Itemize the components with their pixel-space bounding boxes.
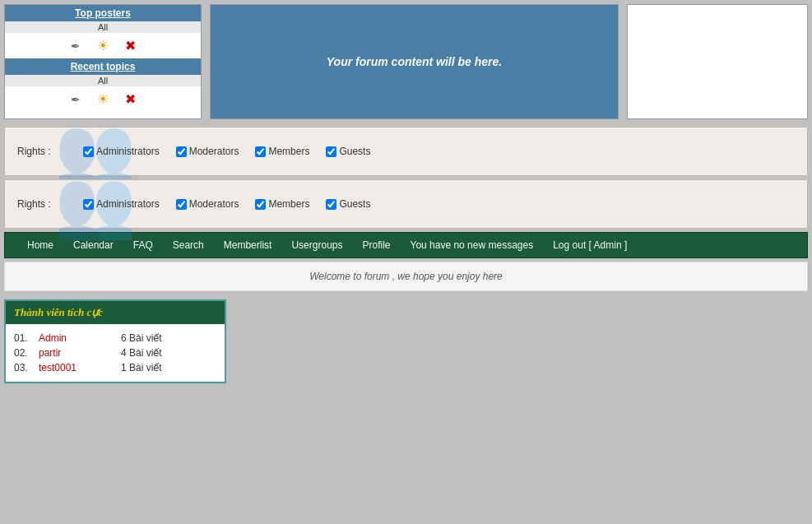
nav-profile[interactable]: Profile xyxy=(352,239,400,251)
edit-icon: ✒ xyxy=(71,39,81,53)
nav-faq[interactable]: FAQ xyxy=(123,239,163,251)
member-count-3: 1 Bài viết xyxy=(121,362,162,373)
member-name-3[interactable]: test0001 xyxy=(39,362,121,373)
checkbox-guests-1[interactable]: Guests xyxy=(326,146,370,157)
active-members-header: Thành viên tích cực xyxy=(6,301,225,324)
member-name-2[interactable]: partir xyxy=(39,347,121,359)
guests-checkbox-2[interactable] xyxy=(326,199,336,210)
member-num-1: 01. xyxy=(14,332,39,344)
banner-text: Your forum content will be here. xyxy=(327,55,502,68)
top-section: Top posters All ✒ ☀ ✖ Recent topics All … xyxy=(0,0,812,123)
checkbox-admin-1[interactable]: Administrators xyxy=(83,146,160,157)
checkbox-members-2[interactable]: Members xyxy=(255,198,309,210)
member-count-2: 4 Bài viết xyxy=(121,347,162,359)
active-members-list: 01. Admin 6 Bài viết 02. partir 4 Bài vi… xyxy=(6,324,225,382)
coin-icon-2: ☀ xyxy=(97,91,109,107)
checkbox-admin-2[interactable]: Administrators xyxy=(83,198,160,210)
top-posters-all: All xyxy=(5,21,201,33)
rights-label-2: Rights : xyxy=(17,198,67,210)
top-posters-header[interactable]: Top posters xyxy=(5,5,201,21)
checkbox-members-1[interactable]: Members xyxy=(255,146,309,157)
member-num-3: 03. xyxy=(14,362,39,373)
member-num-2: 02. xyxy=(14,347,39,359)
top-posters-link[interactable]: Top posters xyxy=(75,7,131,19)
right-banner xyxy=(627,4,808,119)
close-icon-1: ✖ xyxy=(125,38,136,53)
checkbox-guests-2[interactable]: Guests xyxy=(326,198,370,210)
checkbox-mod-1[interactable]: Moderators xyxy=(176,146,239,157)
bottom-section: Thành viên tích cực 01. Admin 6 Bài viết… xyxy=(0,299,812,464)
coin-icon: ☀ xyxy=(97,38,109,53)
recent-topics-header[interactable]: Recent topics xyxy=(5,58,201,75)
rights-label-1: Rights : xyxy=(17,146,67,157)
admin-checkbox-1[interactable] xyxy=(83,146,94,157)
rights-checkboxes-2: Administrators Moderators Members Guests xyxy=(83,198,370,210)
nav-usergroups[interactable]: Usergroups xyxy=(281,239,352,251)
nav-bar: Home Calendar FAQ Search Memberlist User… xyxy=(4,232,808,258)
nav-home[interactable]: Home xyxy=(17,239,63,251)
nav-messages[interactable]: You have no new messages xyxy=(401,239,544,251)
checkbox-mod-2[interactable]: Moderators xyxy=(176,198,239,210)
rights-checkboxes-1: Administrators Moderators Members Guests xyxy=(83,146,370,157)
members-checkbox-2[interactable] xyxy=(255,199,266,210)
close-icon-2: ✖ xyxy=(125,91,136,107)
mod-checkbox-1[interactable] xyxy=(176,146,187,157)
member-row-2: 02. partir 4 Bài viết xyxy=(14,345,216,360)
member-row-3: 03. test0001 1 Bài viết xyxy=(14,360,216,375)
admin-checkbox-2[interactable] xyxy=(83,199,94,210)
nav-search[interactable]: Search xyxy=(163,239,214,251)
center-banner: Your forum content will be here. xyxy=(210,4,619,119)
rights-section-1: 👥 Rights : Administrators Moderators Mem… xyxy=(4,127,808,176)
nav-logout[interactable]: Log out [ Admin ] xyxy=(543,239,637,251)
member-count-1: 6 Bài viết xyxy=(121,332,162,344)
rights-section-2: 👥 Rights : Administrators Moderators Mem… xyxy=(4,179,808,229)
recent-topics-all: All xyxy=(5,75,201,86)
guests-checkbox-1[interactable] xyxy=(326,146,336,157)
mod-checkbox-2[interactable] xyxy=(176,199,187,210)
members-checkbox-1[interactable] xyxy=(255,146,266,157)
left-panel: Top posters All ✒ ☀ ✖ Recent topics All … xyxy=(4,4,202,119)
nav-calendar[interactable]: Calendar xyxy=(63,239,123,251)
nav-memberlist[interactable]: Memberlist xyxy=(214,239,282,251)
active-members-box: Thành viên tích cực 01. Admin 6 Bài viết… xyxy=(4,299,226,383)
member-name-1[interactable]: Admin xyxy=(39,332,121,344)
member-row-1: 01. Admin 6 Bài viết xyxy=(14,331,216,345)
recent-topics-link[interactable]: Recent topics xyxy=(71,61,136,72)
welcome-bar: Welcome to forum , we hope you enjoy her… xyxy=(4,262,808,291)
top-posters-icons: ✒ ☀ ✖ xyxy=(5,33,201,58)
recent-topics-icons: ✒ ☀ ✖ xyxy=(5,86,201,112)
edit-icon-2: ✒ xyxy=(71,93,81,106)
welcome-text: Welcome to forum , we hope you enjoy her… xyxy=(309,271,503,282)
